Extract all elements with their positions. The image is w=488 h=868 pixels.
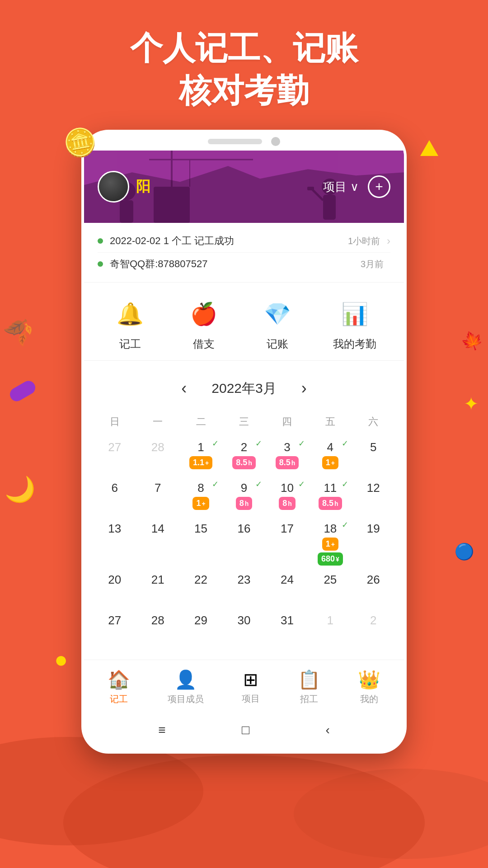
table-row[interactable]: 12 bbox=[352, 477, 395, 518]
table-row[interactable]: 15 bbox=[179, 518, 222, 569]
calendar-title: 2022年3月 bbox=[211, 379, 276, 398]
table-row[interactable]: 27 bbox=[93, 437, 136, 477]
system-nav-bar: ≡ □ ‹ bbox=[84, 717, 404, 744]
jigong-icon: 🔔 bbox=[112, 296, 148, 332]
menu-button[interactable]: ≡ bbox=[158, 723, 165, 737]
table-row[interactable]: 23 bbox=[222, 569, 265, 610]
table-row[interactable]: 4 ✓ 1+ bbox=[309, 437, 352, 477]
nav-mine[interactable]: 👑 我的 bbox=[358, 669, 380, 705]
home-button[interactable]: □ bbox=[242, 723, 249, 737]
kaoqin-icon: 📊 bbox=[337, 296, 373, 332]
table-row[interactable]: 6 bbox=[93, 477, 136, 518]
purple-decoration bbox=[8, 378, 38, 404]
table-row[interactable]: 14 bbox=[136, 518, 179, 569]
leaf-right-decoration: 🍁 bbox=[458, 327, 486, 354]
svg-rect-13 bbox=[307, 187, 314, 190]
jizhang-icon: 💎 bbox=[259, 296, 296, 332]
svg-line-12 bbox=[312, 189, 323, 200]
table-row[interactable]: 28 bbox=[136, 610, 179, 651]
table-row[interactable]: 3 ✓ 8.5h bbox=[266, 437, 309, 477]
table-row[interactable]: 26 bbox=[352, 569, 395, 610]
yellow-bottom-decoration: ● bbox=[54, 646, 68, 673]
notification-item-2: 奇智QQ群:878807527 3月前 bbox=[98, 253, 390, 275]
leaf-left-decoration: 🍂 bbox=[0, 311, 37, 348]
table-row[interactable]: 1 ✓ 1.1+ bbox=[179, 437, 222, 477]
project-selector[interactable]: 项目 ∨ bbox=[323, 179, 359, 195]
table-row[interactable]: 17 bbox=[266, 518, 309, 569]
svg-rect-11 bbox=[323, 195, 336, 220]
coin-decoration: 🪙 bbox=[61, 124, 99, 161]
quick-actions: 🔔 记工 🍎 借支 💎 记账 📊 我的考勤 bbox=[84, 283, 404, 361]
next-month-button[interactable]: › bbox=[295, 377, 314, 400]
table-row[interactable]: 11 ✓ 8.5h bbox=[309, 477, 352, 518]
table-row[interactable]: 29 bbox=[179, 610, 222, 651]
table-row[interactable]: 9 ✓ 8h bbox=[222, 477, 265, 518]
notification-area: 2022-02-02 1 个工 记工成功 1小时前 › 奇智QQ群:878807… bbox=[84, 223, 404, 283]
table-row[interactable]: 5 bbox=[352, 437, 395, 477]
nav-project[interactable]: ⊞ 项目 bbox=[242, 669, 260, 705]
weekday-sun: 日 bbox=[93, 411, 136, 432]
yellow-decoration: ✦ bbox=[464, 393, 479, 414]
action-kaoqin[interactable]: 📊 我的考勤 bbox=[333, 296, 376, 351]
notif-text-2: 奇智QQ群:878807527 bbox=[110, 257, 361, 271]
weekday-mon: 一 bbox=[136, 411, 179, 432]
user-avatar[interactable] bbox=[98, 171, 129, 203]
table-row[interactable]: 20 bbox=[93, 569, 136, 610]
weekday-tue: 二 bbox=[179, 411, 222, 432]
table-row[interactable]: 16 bbox=[222, 518, 265, 569]
members-icon: 👤 bbox=[174, 669, 197, 690]
table-row[interactable]: 25 bbox=[309, 569, 352, 610]
table-row[interactable]: 31 bbox=[266, 610, 309, 651]
phone-mockup: 阳 项目 ∨ + 2022-02-02 1 个工 记工成功 1小时前 › 奇智Q… bbox=[81, 130, 407, 754]
table-row[interactable]: 24 bbox=[266, 569, 309, 610]
weekday-thu: 四 bbox=[266, 411, 309, 432]
phone-notch bbox=[84, 132, 404, 151]
table-row[interactable]: 28 bbox=[136, 437, 179, 477]
header-section: 个人记工、记账 核对考勤 bbox=[0, 0, 488, 112]
table-row[interactable]: 1 bbox=[309, 610, 352, 651]
calendar: ‹ 2022年3月 › 日 一 二 三 四 五 六 27 28 1 ✓ bbox=[84, 361, 404, 660]
svg-rect-9 bbox=[120, 200, 133, 223]
table-row[interactable]: 10 ✓ 8h bbox=[266, 477, 309, 518]
blue-decoration: 🔵 bbox=[452, 540, 477, 564]
table-row[interactable]: 2 ✓ 8.5h bbox=[222, 437, 265, 477]
weekday-fri: 五 bbox=[309, 411, 352, 432]
notif-text: 2022-02-02 1 个工 记工成功 bbox=[110, 234, 348, 248]
app-banner: 阳 项目 ∨ + bbox=[84, 151, 404, 223]
chevron-down-icon: ∨ bbox=[350, 180, 359, 194]
table-row[interactable]: 7 bbox=[136, 477, 179, 518]
svg-rect-7 bbox=[154, 187, 190, 223]
nav-mine-label: 我的 bbox=[360, 693, 378, 705]
nav-jigong[interactable]: 🏠 记工 bbox=[108, 669, 130, 705]
table-row[interactable]: 22 bbox=[179, 569, 222, 610]
action-jigong[interactable]: 🔔 记工 bbox=[112, 296, 148, 351]
action-jizhang[interactable]: 💎 记账 bbox=[259, 296, 296, 351]
orange-decoration: 🌙 bbox=[5, 475, 36, 504]
nav-members[interactable]: 👤 项目成员 bbox=[168, 669, 204, 705]
action-jiezhi[interactable]: 🍎 借支 bbox=[186, 296, 222, 351]
weekday-sat: 六 bbox=[352, 411, 395, 432]
jiezhi-label: 借支 bbox=[193, 337, 215, 351]
nav-jigong-label: 记工 bbox=[110, 693, 128, 705]
table-row[interactable]: 8 ✓ 1+ bbox=[179, 477, 222, 518]
table-row[interactable]: 27 bbox=[93, 610, 136, 651]
table-row[interactable]: 2 bbox=[352, 610, 395, 651]
back-button[interactable]: ‹ bbox=[325, 723, 329, 737]
prev-month-button[interactable]: ‹ bbox=[174, 377, 193, 400]
bottom-navigation: 🏠 记工 👤 项目成员 ⊞ 项目 📋 招工 👑 我的 bbox=[84, 660, 404, 717]
triangle-decoration bbox=[420, 140, 438, 156]
nav-recruit[interactable]: 📋 招工 bbox=[298, 669, 320, 705]
table-row[interactable]: 30 bbox=[222, 610, 265, 651]
table-row[interactable]: 19 bbox=[352, 518, 395, 569]
table-row[interactable]: 13 bbox=[93, 518, 136, 569]
kaoqin-label: 我的考勤 bbox=[333, 337, 376, 351]
jiezhi-icon: 🍎 bbox=[186, 296, 222, 332]
table-row[interactable]: 18 ✓ 1+ 680¥ bbox=[309, 518, 352, 569]
notification-item-1[interactable]: 2022-02-02 1 个工 记工成功 1小时前 › bbox=[98, 230, 390, 253]
add-button[interactable]: + bbox=[368, 175, 390, 198]
table-row[interactable]: 21 bbox=[136, 569, 179, 610]
camera bbox=[271, 137, 280, 146]
calendar-weekdays: 日 一 二 三 四 五 六 bbox=[93, 407, 395, 437]
jigong-label: 记工 bbox=[119, 337, 141, 351]
svg-point-1 bbox=[294, 769, 488, 859]
